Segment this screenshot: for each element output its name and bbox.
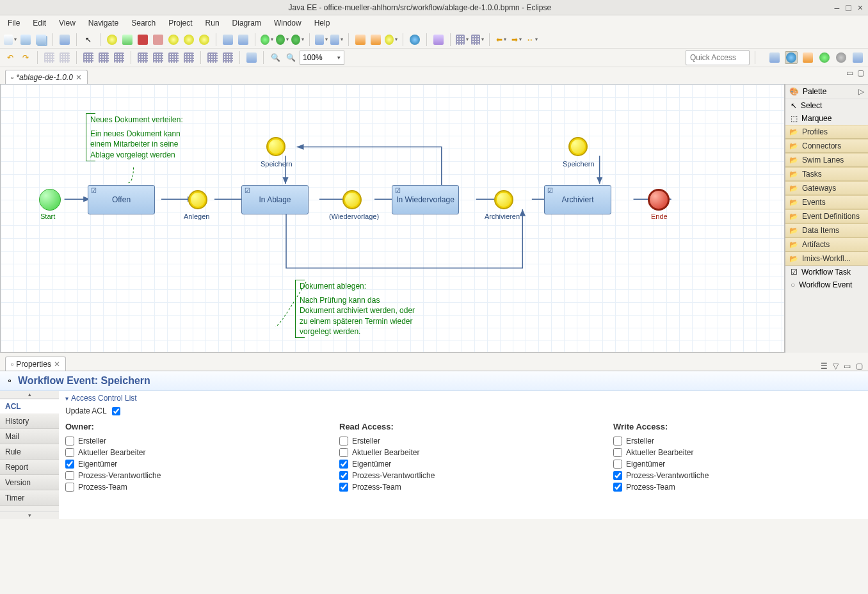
dist-v-button[interactable] — [152, 51, 165, 64]
end-event[interactable] — [648, 189, 670, 211]
maximize-editor-button[interactable]: ▢ — [857, 68, 864, 77]
auto-layout-button[interactable] — [206, 51, 219, 64]
acl-section-title[interactable]: Access Control List — [65, 394, 862, 403]
menu-file[interactable]: File — [3, 17, 25, 29]
debug-config-button[interactable] — [261, 33, 273, 46]
menu-edit[interactable]: Edit — [28, 17, 51, 29]
new-button[interactable] — [4, 33, 17, 46]
owner-checkbox-1[interactable] — [65, 448, 74, 457]
sidebar-tab-report[interactable]: Report — [0, 460, 59, 475]
properties-dropdown-button[interactable]: ▽ — [833, 362, 839, 371]
task-in-wiedervorlage[interactable]: In Wiedervorlage — [392, 185, 459, 214]
quick-access-input[interactable] — [686, 50, 750, 65]
diagram-canvas[interactable]: Start Offen Anlegen In Ablage Speichern … — [0, 84, 785, 353]
owner-checkbox-4[interactable] — [65, 483, 74, 492]
distribute-button[interactable] — [471, 33, 484, 46]
align-left-button[interactable] — [82, 51, 95, 64]
zoom-in-button[interactable]: 🔍 — [284, 51, 297, 64]
editor-tab-ablage[interactable]: ▫ *ablage-de-1.0.0 ✕ — [5, 70, 88, 84]
snap-button[interactable] — [245, 51, 258, 64]
switch-view-button[interactable] — [58, 33, 71, 46]
palette-marquee-tool[interactable]: Marquee — [785, 112, 868, 125]
menu-window[interactable]: Window — [269, 17, 307, 29]
sidebar-tab-timer[interactable]: Timer — [0, 491, 59, 506]
sidebar-tab-acl[interactable]: ACL — [0, 399, 59, 413]
align-center-button[interactable] — [97, 51, 110, 64]
step-over-button[interactable] — [182, 33, 195, 46]
read-checkbox-4[interactable] — [339, 483, 348, 492]
paste-button[interactable] — [58, 51, 71, 64]
event-wiedervorlage[interactable] — [342, 190, 362, 209]
properties-tab[interactable]: ▫ Properties ✕ — [5, 357, 66, 371]
annotation-2[interactable]: Dokument ablegen: Nach Prüfung kann das … — [295, 280, 420, 338]
align-button[interactable] — [456, 33, 469, 46]
nav-back-button[interactable]: ⬅ — [495, 33, 508, 46]
open-perspective-button[interactable] — [768, 51, 781, 64]
sidebar-scroll-up[interactable]: ▴ — [0, 391, 59, 399]
debug-stop-button[interactable] — [136, 33, 149, 46]
read-checkbox-3[interactable] — [339, 471, 348, 480]
debug-skip-button[interactable] — [106, 33, 118, 46]
close-properties-icon[interactable]: ✕ — [54, 360, 60, 369]
palette-workflow-event[interactable]: Workflow Event — [785, 278, 868, 291]
update-acl-checkbox[interactable] — [112, 407, 120, 415]
minimize-editor-button[interactable]: ▭ — [846, 68, 853, 77]
palette-folder-event-definitions[interactable]: Event Definitions — [785, 209, 868, 223]
select-frame-button[interactable] — [221, 33, 234, 46]
owner-checkbox-3[interactable] — [65, 471, 74, 480]
debug-pause-button[interactable] — [121, 33, 134, 46]
git-perspective-button[interactable] — [801, 51, 814, 64]
menu-run[interactable]: Run — [200, 17, 225, 29]
copy-button[interactable] — [43, 51, 56, 64]
palette-folder-events[interactable]: Events — [785, 195, 868, 209]
pin-button[interactable] — [432, 33, 445, 46]
event-speichern-1[interactable] — [266, 137, 285, 156]
write-checkbox-0[interactable] — [613, 437, 622, 446]
sidebar-tab-version[interactable]: Version — [0, 476, 59, 490]
event-speichern-2[interactable] — [568, 137, 588, 156]
zoom-out-button[interactable]: 🔍 — [269, 51, 282, 64]
palette-folder-tasks[interactable]: Tasks — [785, 167, 868, 181]
new-server-button[interactable] — [315, 33, 328, 46]
palette-workflow-task[interactable]: Workflow Task — [785, 266, 868, 278]
nav-up-button[interactable]: ↔ — [526, 33, 538, 46]
open-task-button[interactable] — [369, 33, 382, 46]
owner-checkbox-2[interactable] — [65, 460, 74, 469]
read-checkbox-2[interactable] — [339, 460, 348, 469]
sidebar-tab-mail[interactable]: Mail — [0, 429, 59, 444]
menu-navigate[interactable]: Navigate — [83, 17, 124, 29]
minimize-properties-button[interactable]: ▭ — [844, 362, 851, 371]
write-checkbox-2[interactable] — [613, 460, 622, 469]
close-button[interactable]: × — [858, 3, 863, 13]
resource-perspective-button[interactable] — [851, 51, 864, 64]
palette-folder-artifacts[interactable]: Artifacts — [785, 237, 868, 252]
palette-collapse-icon[interactable]: ▷ — [858, 87, 864, 96]
menu-project[interactable]: Project — [163, 17, 197, 29]
palette-folder-data-items[interactable]: Data Items — [785, 223, 868, 237]
annotation-1[interactable]: Neues Dokument verteilen: Ein neues Doku… — [86, 113, 188, 161]
nav-fwd-button[interactable]: ➡ — [510, 33, 523, 46]
task-archiviert[interactable]: Archiviert — [544, 185, 611, 214]
task-in-ablage[interactable]: In Ablage — [241, 185, 309, 214]
palette-folder-swim-lanes[interactable]: Swim Lanes — [785, 153, 868, 167]
redo-button[interactable]: ↷ — [19, 51, 32, 64]
maximize-button[interactable]: □ — [846, 3, 851, 13]
cursor-button[interactable]: ↖ — [82, 33, 95, 46]
palette-header[interactable]: 🎨 Palette ▷ — [785, 84, 868, 99]
write-checkbox-4[interactable] — [613, 483, 622, 492]
step-into-button[interactable] — [167, 33, 180, 46]
debug-perspective-button[interactable] — [818, 51, 831, 64]
menu-help[interactable]: Help — [309, 17, 335, 29]
palette-folder-imixs[interactable]: Imixs-Workfl... — [785, 252, 868, 266]
menu-search[interactable]: Search — [126, 17, 161, 29]
read-checkbox-0[interactable] — [339, 437, 348, 446]
read-checkbox-1[interactable] — [339, 448, 348, 457]
menu-view[interactable]: View — [54, 17, 81, 29]
sidebar-tab-history[interactable]: History — [0, 414, 59, 429]
palette-folder-profiles[interactable]: Profiles — [785, 125, 868, 139]
close-tab-icon[interactable]: ✕ — [76, 73, 82, 82]
align-right-button[interactable] — [113, 51, 125, 64]
run-config-button[interactable] — [276, 33, 289, 46]
write-checkbox-3[interactable] — [613, 471, 622, 480]
save-button[interactable] — [19, 33, 32, 46]
